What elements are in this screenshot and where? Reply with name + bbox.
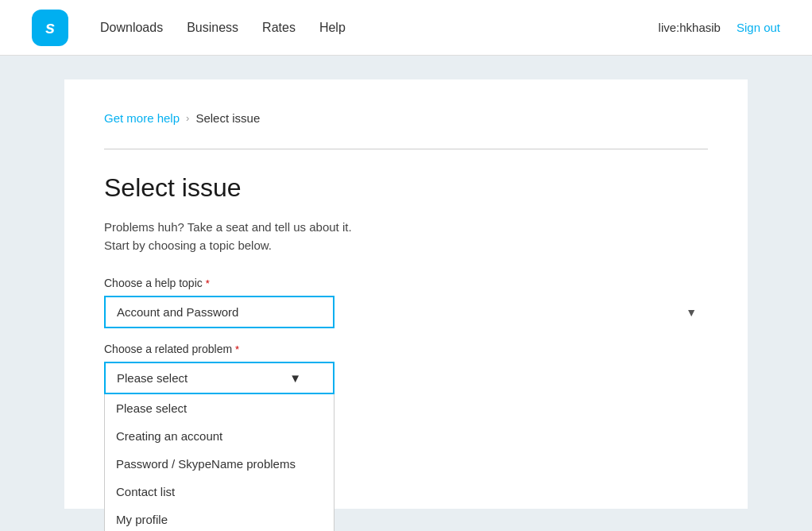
- topic-required-star: *: [206, 277, 210, 289]
- option-please-select[interactable]: Please select: [105, 394, 334, 422]
- breadcrumb-chevron: ›: [186, 112, 189, 124]
- problem-dropdown-list: Please select Creating an account Passwo…: [104, 394, 334, 531]
- option-my-profile[interactable]: My profile: [105, 506, 334, 531]
- username-display: live:hkhasib: [659, 21, 721, 34]
- topic-label: Choose a help topic *: [104, 277, 708, 289]
- problem-required-star: *: [235, 343, 239, 355]
- breadcrumb: Get more help › Select issue: [104, 111, 708, 125]
- topic-dropdown-wrapper: Account and Password ▼: [104, 296, 708, 328]
- topic-dropdown[interactable]: Account and Password: [104, 296, 334, 328]
- breadcrumb-parent[interactable]: Get more help: [104, 111, 180, 125]
- option-contact-list[interactable]: Contact list: [105, 478, 334, 506]
- nav-links: Downloads Business Rates Help: [100, 21, 346, 35]
- problem-dropdown-display[interactable]: Please select ▼: [104, 362, 334, 394]
- nav-rates[interactable]: Rates: [262, 21, 296, 35]
- nav-downloads[interactable]: Downloads: [100, 21, 163, 35]
- problem-dropdown-section: Please select ▼ Please select Creating a…: [104, 362, 708, 394]
- skype-logo: s: [32, 10, 68, 46]
- nav-help[interactable]: Help: [319, 21, 346, 35]
- breadcrumb-divider: [104, 149, 708, 149]
- page-description: Problems huh? Take a seat and tell us ab…: [104, 219, 708, 254]
- breadcrumb-current: Select issue: [195, 111, 260, 125]
- sign-out-link[interactable]: Sign out: [737, 21, 780, 34]
- option-password-skypename[interactable]: Password / SkypeName problems: [105, 450, 334, 478]
- option-creating-account[interactable]: Creating an account: [105, 422, 334, 450]
- header: s Downloads Business Rates Help live:hkh…: [0, 0, 812, 56]
- skype-logo-icon: s: [32, 10, 68, 46]
- problem-label: Choose a related problem *: [104, 343, 708, 355]
- page-title: Select issue: [104, 173, 708, 203]
- problem-dropdown-wrapper: Please select ▼ Please select Creating a…: [104, 362, 334, 394]
- header-left: s Downloads Business Rates Help: [32, 10, 346, 46]
- main-background: Get more help › Select issue Select issu…: [0, 56, 812, 531]
- problem-dropdown-arrow: ▼: [289, 371, 301, 385]
- nav-business[interactable]: Business: [187, 21, 238, 35]
- topic-dropdown-arrow: ▼: [686, 306, 697, 319]
- header-right: live:hkhasib Sign out: [659, 21, 780, 34]
- content-card: Get more help › Select issue Select issu…: [64, 79, 748, 509]
